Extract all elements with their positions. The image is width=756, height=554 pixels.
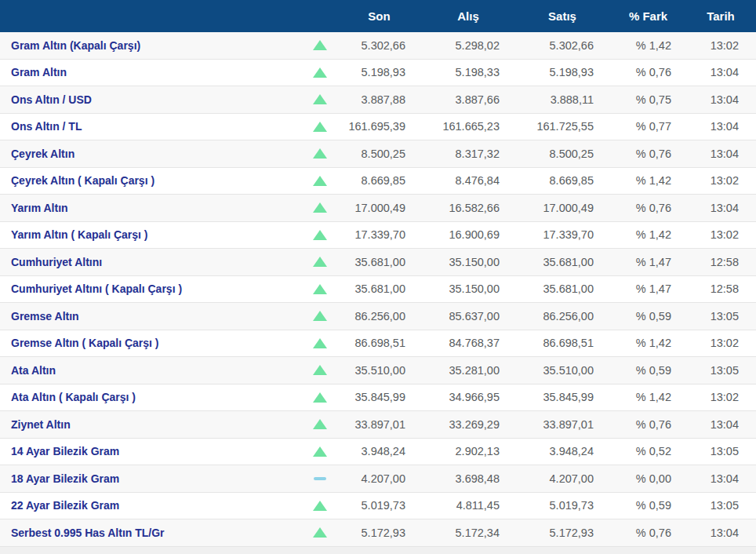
table-row[interactable]: 14 Ayar Bilezik Gram 3.948,24 2.902,13 3…: [0, 439, 756, 466]
son-value: 5.172,93: [337, 527, 421, 539]
instrument-name[interactable]: 18 Ayar Bilezik Gram: [0, 472, 302, 485]
tarih-value: 13:04: [687, 120, 754, 133]
table-row[interactable]: Ons Altın / TL 161.695,39 161.665,23 161…: [0, 114, 756, 141]
alis-value: 8.317,32: [421, 148, 515, 160]
instrument-name[interactable]: Ons Altın / TL: [0, 120, 302, 133]
tarih-value: 13:02: [687, 174, 754, 187]
table-row[interactable]: Gremse Altın 86.256,00 85.637,00 86.256,…: [0, 303, 756, 330]
gold-price-table: Son Alış Satış % Fark Tarih Gram Altın (…: [0, 0, 756, 554]
up-triangle-icon: [313, 501, 327, 511]
trend-indicator: [302, 94, 337, 104]
table-row[interactable]: Ziynet Altın 33.897,01 33.269,29 33.897,…: [0, 411, 756, 439]
table-row[interactable]: Cumhuriyet Altını ( Kapalı Çarşı ) 35.68…: [0, 276, 756, 304]
son-value: 8.669,85: [337, 174, 421, 187]
alis-value: 161.665,23: [421, 120, 515, 133]
alis-value: 5.198,33: [421, 66, 515, 78]
satis-value: 8.669,85: [515, 174, 609, 187]
trend-indicator: [302, 122, 337, 132]
instrument-name[interactable]: Ziynet Altın: [0, 418, 302, 431]
tarih-value: 13:04: [687, 148, 754, 160]
tarih-value: 13:02: [687, 39, 754, 52]
alis-value: 33.269,29: [421, 418, 515, 431]
fark-value: % 1,42: [609, 174, 687, 187]
trend-indicator: [302, 501, 337, 511]
table-row[interactable]: 22 Ayar Bilezik Gram 5.019,73 4.811,45 5…: [0, 493, 756, 520]
tarih-value: 13:04: [687, 93, 754, 106]
alis-value: 16.900,69: [421, 228, 515, 241]
table-row[interactable]: Serbest 0.995 Has Altın TL/Gr 5.172,93 5…: [0, 519, 756, 547]
table-row[interactable]: Gremse Altın ( Kapalı Çarşı ) 86.698,51 …: [0, 330, 756, 358]
instrument-name[interactable]: Ata Altın: [0, 364, 302, 377]
table-row[interactable]: Yarım Altın ( Kapalı Çarşı ) 17.339,70 1…: [0, 222, 756, 250]
satis-value: 8.500,25: [515, 148, 609, 160]
table-row[interactable]: Yarım Altın 17.000,49 16.582,66 17.000,4…: [0, 195, 756, 222]
next-row-sliver: [0, 547, 756, 554]
fark-value: % 1,42: [609, 39, 687, 52]
instrument-name[interactable]: Gremse Altın ( Kapalı Çarşı ): [0, 337, 302, 349]
instrument-name[interactable]: Yarım Altın: [0, 202, 302, 214]
instrument-name[interactable]: Cumhuriyet Altını: [0, 256, 302, 268]
son-value: 35.681,00: [337, 282, 421, 295]
fark-value: % 0,00: [609, 472, 687, 485]
table-row[interactable]: Çeyrek Altın ( Kapalı Çarşı ) 8.669,85 8…: [0, 168, 756, 195]
alis-value: 5.298,02: [421, 39, 515, 52]
satis-value: 3.948,24: [515, 445, 609, 457]
satis-value: 5.302,66: [515, 39, 609, 52]
table-row[interactable]: Çeyrek Altın 8.500,25 8.317,32 8.500,25 …: [0, 140, 756, 168]
alis-value: 16.582,66: [421, 202, 515, 214]
up-triangle-icon: [313, 122, 327, 132]
instrument-name[interactable]: Yarım Altın ( Kapalı Çarşı ): [0, 228, 302, 241]
table-row[interactable]: Ons Altın / USD 3.887,88 3.887,66 3.888,…: [0, 86, 756, 114]
trend-indicator: [302, 392, 337, 403]
column-header-alis: Alış: [421, 9, 515, 23]
fark-value: % 1,42: [609, 228, 687, 241]
column-header-tarih: Tarih: [687, 9, 754, 23]
trend-indicator: [302, 148, 337, 159]
alis-value: 2.902,13: [421, 445, 515, 457]
table-row[interactable]: Gram Altın (Kapalı Çarşı) 5.302,66 5.298…: [0, 32, 756, 60]
alis-value: 35.281,00: [421, 364, 515, 377]
satis-value: 3.888,11: [515, 93, 609, 106]
tarih-value: 13:05: [687, 499, 754, 512]
table-row[interactable]: 18 Ayar Bilezik Gram 4.207,00 3.698,48 4…: [0, 465, 756, 493]
tarih-value: 13:04: [687, 472, 754, 485]
satis-value: 35.681,00: [515, 282, 609, 295]
trend-indicator: [302, 311, 337, 321]
table-row[interactable]: Gram Altın 5.198,93 5.198,33 5.198,93 % …: [0, 60, 756, 87]
instrument-name[interactable]: Gremse Altın: [0, 310, 302, 323]
tarih-value: 13:04: [687, 66, 754, 78]
table-row[interactable]: Ata Altın 35.510,00 35.281,00 35.510,00 …: [0, 357, 756, 385]
satis-value: 35.845,99: [515, 391, 609, 403]
satis-value: 33.897,01: [515, 418, 609, 431]
up-triangle-icon: [313, 230, 327, 240]
fark-value: % 1,42: [609, 337, 687, 349]
son-value: 5.198,93: [337, 66, 421, 78]
alis-value: 8.476,84: [421, 174, 515, 187]
satis-value: 5.198,93: [515, 66, 609, 78]
instrument-name[interactable]: Çeyrek Altın ( Kapalı Çarşı ): [0, 174, 302, 187]
instrument-name[interactable]: Serbest 0.995 Has Altın TL/Gr: [0, 527, 302, 539]
alis-value: 35.150,00: [421, 256, 515, 268]
table-row[interactable]: Cumhuriyet Altını 35.681,00 35.150,00 35…: [0, 249, 756, 276]
instrument-name[interactable]: Gram Altın: [0, 66, 302, 78]
trend-indicator: [302, 202, 337, 213]
instrument-name[interactable]: 22 Ayar Bilezik Gram: [0, 499, 302, 512]
son-value: 33.897,01: [337, 418, 421, 431]
fark-value: % 1,42: [609, 391, 687, 403]
son-value: 4.207,00: [337, 472, 421, 485]
alis-value: 3.887,66: [421, 93, 515, 106]
son-value: 8.500,25: [337, 148, 421, 160]
instrument-name[interactable]: Çeyrek Altın: [0, 148, 302, 160]
instrument-name[interactable]: 14 Ayar Bilezik Gram: [0, 445, 302, 457]
instrument-name[interactable]: Ata Altın ( Kapalı Çarşı ): [0, 391, 302, 403]
instrument-name[interactable]: Gram Altın (Kapalı Çarşı): [0, 39, 302, 52]
trend-indicator: [302, 446, 337, 457]
trend-indicator: [302, 419, 337, 429]
instrument-name[interactable]: Ons Altın / USD: [0, 93, 302, 106]
satis-value: 86.698,51: [515, 337, 609, 349]
son-value: 3.887,88: [337, 93, 421, 106]
instrument-name[interactable]: Cumhuriyet Altını ( Kapalı Çarşı ): [0, 282, 302, 295]
table-row[interactable]: Ata Altın ( Kapalı Çarşı ) 35.845,99 34.…: [0, 385, 756, 412]
fark-value: % 0,77: [609, 120, 687, 133]
column-header-satis: Satış: [515, 9, 609, 23]
